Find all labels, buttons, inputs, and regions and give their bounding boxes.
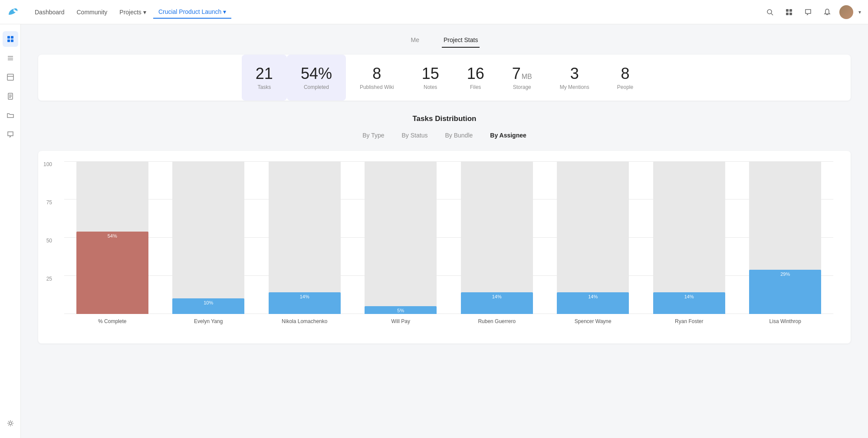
bar-group[interactable]: 14% Spencer Wayne	[545, 161, 641, 314]
dist-tab-assignee[interactable]: By Assignee	[487, 130, 530, 141]
stat-people-number: 8	[621, 65, 629, 82]
stat-completed-number: 54%	[301, 65, 332, 82]
y-axis: 100 75 50 25	[43, 161, 52, 326]
stat-files-number: 16	[467, 65, 484, 82]
chevron-down-icon: ▾	[143, 9, 146, 16]
bar-fill: 14%	[269, 292, 341, 314]
grid-icon[interactable]	[782, 5, 796, 19]
stat-files[interactable]: 16 Files	[453, 55, 498, 101]
bar-name-label: Lisa Winthrop	[727, 318, 843, 324]
bar-background: 54%	[76, 161, 148, 314]
bar-pct-label: 54%	[108, 233, 117, 239]
stat-tasks[interactable]: 21 Tasks	[242, 55, 287, 101]
nav-projects[interactable]: Projects ▾	[114, 6, 151, 18]
sidebar-item-grid[interactable]	[3, 31, 18, 47]
svg-point-19	[9, 422, 12, 425]
chat-icon[interactable]	[801, 5, 815, 19]
stat-completed-label: Completed	[304, 84, 329, 90]
bar-pct-label: 14%	[684, 294, 694, 299]
bar-fill: 14%	[557, 292, 629, 314]
bar-pct-label: 14%	[492, 294, 502, 299]
y-label-25: 25	[43, 276, 52, 282]
bar-fill: 14%	[461, 292, 533, 314]
stat-people-label: People	[617, 84, 633, 90]
bar-background: 29%	[749, 161, 821, 314]
stat-wiki-label: Published Wiki	[360, 84, 394, 90]
svg-line-1	[771, 13, 773, 15]
nav-dashboard[interactable]: Dashboard	[30, 6, 70, 18]
stat-files-label: Files	[470, 84, 481, 90]
y-label-100: 100	[43, 161, 52, 167]
bar-group[interactable]: 54% % Complete	[64, 161, 161, 314]
bar-group[interactable]: 14% Ruben Guerrero	[449, 161, 545, 314]
search-icon[interactable]	[763, 5, 777, 19]
sidebar-item-board[interactable]	[3, 69, 18, 85]
sidebar-item-comment[interactable]	[3, 127, 18, 142]
stat-notes[interactable]: 15 Notes	[408, 55, 453, 101]
bell-icon[interactable]	[820, 5, 834, 19]
chart-area: 100 75 50 25 54%	[64, 161, 833, 326]
bar-fill: 29%	[749, 270, 821, 314]
dist-tab-bundle[interactable]: By Bundle	[441, 130, 476, 141]
svg-rect-7	[11, 36, 13, 39]
bar-fill: 54%	[76, 232, 148, 314]
y-label-75: 75	[43, 199, 52, 206]
sidebar-item-folder[interactable]	[3, 108, 18, 123]
bar-background: 10%	[172, 161, 244, 314]
stat-mentions[interactable]: 3 My Mentions	[546, 55, 603, 101]
bar-background: 14%	[461, 161, 533, 314]
chevron-down-icon[interactable]: ▾	[858, 9, 861, 15]
bar-fill: 14%	[653, 292, 725, 314]
dist-tab-type[interactable]: By Type	[359, 130, 388, 141]
stat-tasks-label: Tasks	[258, 84, 271, 90]
avatar[interactable]	[839, 5, 853, 19]
bar-group[interactable]: 29% Lisa Winthrop	[737, 161, 834, 314]
svg-rect-8	[7, 39, 10, 42]
sidebar	[0, 24, 21, 438]
bar-pct-label: 14%	[300, 294, 309, 299]
svg-rect-3	[789, 9, 792, 12]
bar-group[interactable]: 10% Evelyn Yang	[161, 161, 257, 314]
dist-tab-status[interactable]: By Status	[398, 130, 431, 141]
bar-pct-label: 5%	[397, 308, 404, 313]
chart-container: 100 75 50 25 54%	[38, 151, 851, 343]
sidebar-item-list[interactable]	[3, 50, 18, 66]
stat-storage[interactable]: 7MB Storage	[498, 55, 546, 101]
stat-storage-number: 7MB	[512, 65, 532, 82]
stat-notes-label: Notes	[424, 84, 437, 90]
svg-rect-6	[7, 36, 10, 39]
main-content: Me Project Stats 21 Tasks 54% Completed …	[21, 24, 868, 438]
svg-rect-13	[7, 74, 13, 80]
nav-current-project[interactable]: Crucial Product Launch ▾	[153, 6, 232, 19]
bar-background: 14%	[557, 161, 629, 314]
nav-community[interactable]: Community	[72, 6, 113, 18]
stat-completed[interactable]: 54% Completed	[287, 55, 346, 101]
stat-wiki[interactable]: 8 Published Wiki	[346, 55, 408, 101]
y-label-50: 50	[43, 238, 52, 244]
stat-tasks-number: 21	[256, 65, 273, 82]
bar-fill: 5%	[365, 306, 437, 314]
page-tabs: Me Project Stats	[38, 33, 851, 48]
stats-row: 21 Tasks 54% Completed 8 Published Wiki …	[38, 55, 851, 101]
bar-pct-label: 10%	[204, 300, 213, 305]
nav-links: Dashboard Community Projects ▾ Crucial P…	[30, 6, 763, 19]
distribution-tabs: By Type By Status By Bundle By Assignee	[38, 130, 851, 141]
sidebar-item-doc[interactable]	[3, 88, 18, 104]
stat-wiki-number: 8	[372, 65, 381, 82]
logo[interactable]	[7, 6, 23, 18]
tab-me[interactable]: Me	[409, 33, 421, 48]
tasks-distribution-section: Tasks Distribution By Type By Status By …	[38, 114, 851, 343]
stat-notes-number: 15	[422, 65, 439, 82]
bar-group[interactable]: 14% Nikola Lomachenko	[256, 161, 353, 314]
stat-people[interactable]: 8 People	[603, 55, 647, 101]
bar-group[interactable]: 14% Ryan Foster	[641, 161, 737, 314]
stat-storage-label: Storage	[513, 84, 531, 90]
chevron-down-icon: ▾	[223, 8, 226, 15]
bar-group[interactable]: 5% Will Pay	[353, 161, 449, 314]
svg-point-0	[767, 10, 772, 14]
bar-background: 5%	[365, 161, 437, 314]
sidebar-item-settings[interactable]	[3, 415, 18, 431]
stat-mentions-label: My Mentions	[560, 84, 589, 90]
tab-project-stats[interactable]: Project Stats	[442, 33, 480, 48]
top-nav: Dashboard Community Projects ▾ Crucial P…	[0, 0, 868, 24]
